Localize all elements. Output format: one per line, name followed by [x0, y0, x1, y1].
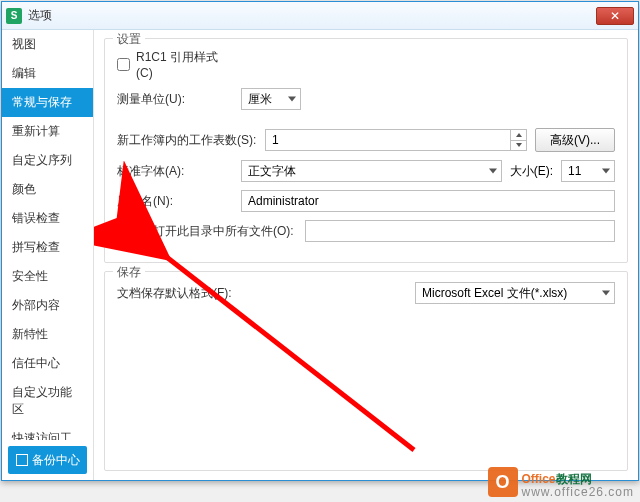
titlebar: S 选项 ✕	[2, 2, 638, 30]
sheets-spinner[interactable]	[510, 130, 526, 150]
settings-group: 设置 R1C1 引用样式(C) 测量单位(U): 厘米	[104, 38, 628, 263]
sidebar-item-recalc[interactable]: 重新计算	[2, 117, 93, 146]
r1c1-checkbox[interactable]	[117, 58, 130, 71]
sidebar-item-custom-ribbon[interactable]: 自定义功能区	[2, 378, 93, 424]
user-input[interactable]: Administrator	[241, 190, 615, 212]
spin-down-icon[interactable]	[511, 141, 526, 151]
save-group-title: 保存	[113, 264, 145, 281]
chevron-down-icon	[602, 169, 610, 174]
chevron-down-icon	[602, 291, 610, 296]
sidebar-item-error-check[interactable]: 错误检查	[2, 204, 93, 233]
backup-center-button[interactable]: 备份中心	[8, 446, 87, 474]
startup-label: 启动时打开此目录中所有文件(O):	[117, 223, 297, 240]
sidebar-item-security[interactable]: 安全性	[2, 262, 93, 291]
sidebar-item-external[interactable]: 外部内容	[2, 291, 93, 320]
chevron-down-icon	[489, 169, 497, 174]
sheets-label: 新工作簿内的工作表数(S):	[117, 132, 257, 149]
backup-icon	[16, 454, 28, 466]
startup-input[interactable]	[305, 220, 615, 242]
sidebar-item-trust-center[interactable]: 信任中心	[2, 349, 93, 378]
format-label: 文档保存默认格式(F):	[117, 285, 247, 302]
user-label: 用户名(N):	[117, 193, 233, 210]
sidebar-item-custom-lists[interactable]: 自定义序列	[2, 146, 93, 175]
window-title: 选项	[28, 7, 596, 24]
save-group: 保存 文档保存默认格式(F): Microsoft Excel 文件(*.xls…	[104, 271, 628, 471]
sheets-input[interactable]: 1	[265, 129, 527, 151]
sidebar-item-spelling[interactable]: 拼写检查	[2, 233, 93, 262]
unit-label: 测量单位(U):	[117, 91, 233, 108]
font-label: 标准字体(A):	[117, 163, 233, 180]
size-combo[interactable]: 11	[561, 160, 615, 182]
app-icon: S	[6, 8, 22, 24]
advanced-button[interactable]: 高级(V)...	[535, 128, 615, 152]
settings-group-title: 设置	[113, 31, 145, 48]
close-button[interactable]: ✕	[596, 7, 634, 25]
watermark-icon: O	[488, 467, 518, 497]
font-combo[interactable]: 正文字体	[241, 160, 502, 182]
sheets-value: 1	[272, 133, 279, 147]
sidebar-item-view[interactable]: 视图	[2, 30, 93, 59]
sidebar-item-quick-toolbar[interactable]: 快速访问工具栏	[2, 424, 93, 440]
sidebar-item-new-features[interactable]: 新特性	[2, 320, 93, 349]
sidebar-item-color[interactable]: 颜色	[2, 175, 93, 204]
backup-label: 备份中心	[32, 452, 80, 469]
main-panel: 设置 R1C1 引用样式(C) 测量单位(U): 厘米	[94, 30, 638, 480]
format-value: Microsoft Excel 文件(*.xlsx)	[422, 285, 567, 302]
sidebar-item-general-save[interactable]: 常规与保存	[2, 88, 93, 117]
sidebar-item-edit[interactable]: 编辑	[2, 59, 93, 88]
chevron-down-icon	[288, 97, 296, 102]
sidebar: 视图 编辑 常规与保存 重新计算 自定义序列 颜色 错误检查 拼写检查 安全性 …	[2, 30, 94, 480]
size-label: 大小(E):	[510, 163, 553, 180]
options-dialog: S 选项 ✕ 视图 编辑 常规与保存 重新计算 自定义序列 颜色 错误检查 拼写…	[1, 1, 639, 481]
r1c1-label: R1C1 引用样式(C)	[136, 49, 233, 80]
size-value: 11	[568, 164, 581, 178]
user-value: Administrator	[248, 194, 319, 208]
spin-up-icon[interactable]	[511, 130, 526, 141]
font-value: 正文字体	[248, 163, 296, 180]
unit-combo[interactable]: 厘米	[241, 88, 301, 110]
r1c1-checkbox-row[interactable]: R1C1 引用样式(C)	[117, 49, 233, 80]
format-combo[interactable]: Microsoft Excel 文件(*.xlsx)	[415, 282, 615, 304]
watermark: O Office教程网 www.office26.com	[488, 466, 635, 498]
sidebar-list: 视图 编辑 常规与保存 重新计算 自定义序列 颜色 错误检查 拼写检查 安全性 …	[2, 30, 93, 440]
close-icon: ✕	[610, 9, 620, 23]
unit-value: 厘米	[248, 91, 272, 108]
